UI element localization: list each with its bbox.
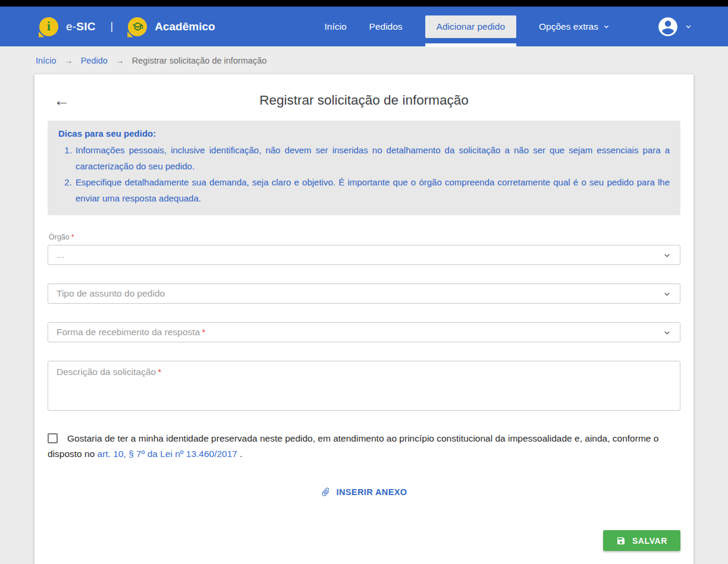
brand[interactable]: i e-SIC | Acadêmico: [39, 17, 215, 36]
law-link[interactable]: art. 10, § 7º da Lei nº 13.460/2017: [98, 449, 237, 459]
navbar: i e-SIC | Acadêmico Início Pedidos Adici…: [0, 7, 728, 46]
forma-select-placeholder: Forma de recebimento da resposta*: [57, 327, 205, 338]
nav-item-opcoes-extras[interactable]: Opções extras: [539, 21, 610, 32]
form-card: ← Registrar solicitação de informação Di…: [34, 74, 694, 564]
breadcrumb-inicio[interactable]: Início: [36, 56, 57, 65]
required-marker: *: [71, 233, 74, 241]
descricao-placeholder: Descrição da solicitação*: [57, 367, 161, 377]
tips-item: Especifique detalhadamente sua demanda, …: [74, 174, 670, 206]
user-menu[interactable]: [657, 15, 692, 38]
save-button[interactable]: SALVAR: [603, 530, 680, 551]
tips-title: Dicas para seu pedido:: [58, 128, 670, 138]
breadcrumb-pedido[interactable]: Pedido: [81, 56, 108, 65]
chevron-down-icon: [685, 23, 692, 30]
card-header: ← Registrar solicitação de informação: [48, 86, 680, 115]
breadcrumb-arrow-icon: →: [64, 55, 73, 65]
chevron-down-icon: [663, 251, 671, 260]
esic-logo-icon: i: [39, 17, 58, 36]
user-avatar-icon[interactable]: [657, 15, 679, 38]
orgao-select[interactable]: ...: [48, 245, 680, 265]
tips-list: Informações pessoais, inclusive identifi…: [58, 142, 670, 206]
chevron-down-icon: [663, 328, 671, 337]
academico-wordmark: Acadêmico: [155, 20, 215, 33]
page-title: Registrar solicitação de informação: [259, 93, 468, 108]
assunto-select-placeholder: Tipo de assunto do pedido: [57, 288, 165, 299]
save-row: SALVAR: [48, 530, 680, 551]
breadcrumb-arrow-icon: →: [115, 55, 124, 65]
privacy-text-after: .: [237, 449, 243, 459]
chevron-down-icon: [603, 23, 610, 30]
academico-logo-icon: [128, 17, 147, 36]
back-arrow-icon[interactable]: ←: [54, 93, 70, 109]
required-marker: *: [202, 327, 205, 337]
save-disk-icon: [616, 536, 626, 546]
breadcrumb: Início → Pedido → Registrar solicitação …: [0, 46, 728, 73]
nav-item-adicionar-pedido[interactable]: Adicionar pedido: [425, 15, 516, 38]
nav-item-inicio[interactable]: Início: [325, 21, 347, 32]
breadcrumb-current: Registrar solicitação de informação: [132, 56, 266, 65]
attach-row: INSERIR ANEXO: [48, 487, 680, 499]
insert-attachment-button[interactable]: INSERIR ANEXO: [321, 487, 407, 497]
chevron-down-icon: [663, 289, 671, 298]
tips-item: Informações pessoais, inclusive identifi…: [74, 142, 670, 174]
nav-item-pedidos[interactable]: Pedidos: [369, 21, 403, 32]
identity-checkbox[interactable]: [48, 433, 58, 443]
graduation-cap-icon: [132, 21, 143, 32]
tips-box: Dicas para seu pedido: Informações pesso…: [48, 121, 680, 215]
required-marker: *: [158, 367, 161, 377]
forma-recebimento-select[interactable]: Forma de recebimento da resposta*: [48, 322, 680, 342]
orgao-label: Órgão*: [49, 233, 680, 241]
active-tab-underline: [425, 43, 516, 47]
info-glyph: i: [47, 19, 51, 34]
main-nav: Início Pedidos Adicionar pedido Opções e…: [325, 15, 693, 38]
brand-separator: |: [111, 20, 114, 33]
descricao-textarea[interactable]: Descrição da solicitação*: [48, 361, 680, 411]
assunto-select[interactable]: Tipo de assunto do pedido: [48, 283, 680, 304]
esic-wordmark: e-SIC: [66, 20, 96, 33]
identity-privacy-row: Gostaria de ter a minha identidade prese…: [48, 431, 680, 462]
orgao-select-value: ...: [57, 250, 64, 260]
paperclip-icon: [319, 485, 333, 499]
window-top-strip: [0, 0, 728, 7]
